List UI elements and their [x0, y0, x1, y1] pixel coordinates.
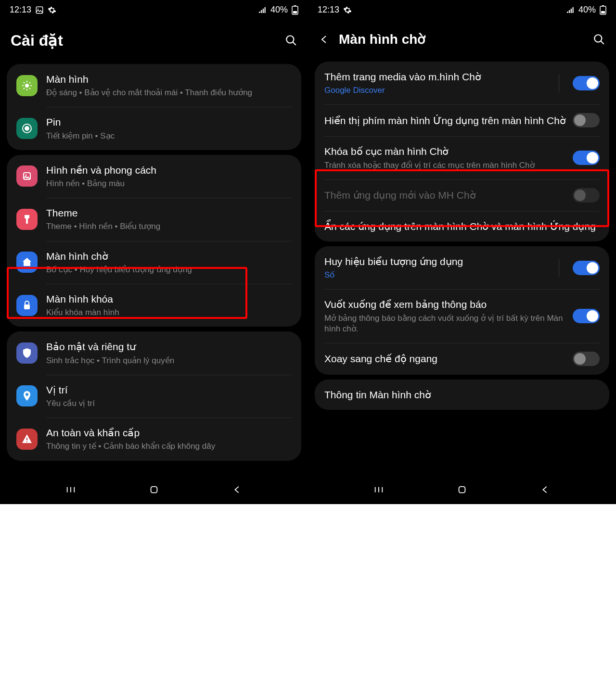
status-time: 12:13: [10, 5, 31, 15]
svg-point-10: [26, 175, 27, 176]
option-add-new-apps: Thêm ứng dụng mới vào MH Chờ: [315, 179, 609, 211]
nav-back[interactable]: [536, 480, 555, 499]
settings-item-location[interactable]: Vị trí Yêu cầu vị trí: [7, 375, 301, 418]
nav-recents[interactable]: [61, 480, 80, 499]
item-title: Hình nền và phong cách: [46, 164, 292, 177]
svg-rect-11: [24, 304, 30, 309]
option-app-icon-badges[interactable]: Huy hiệu biểu tượng ứng dụng Số: [315, 246, 609, 289]
settings-item-battery[interactable]: Pin Tiết kiệm pin • Sạc: [7, 107, 301, 150]
item-title: Huy hiệu biểu tượng ứng dụng: [324, 255, 551, 268]
option-about-home-screen[interactable]: Thông tin Màn hình chờ: [315, 380, 609, 410]
header: Cài đặt: [0, 18, 308, 59]
search-button[interactable]: [285, 34, 297, 47]
battery-icon: [600, 5, 606, 15]
nav-home[interactable]: [144, 480, 164, 499]
option-hide-apps[interactable]: Ẩn các ứng dụng trên màn hình Chờ và màn…: [315, 211, 609, 241]
option-swipe-down-notifications[interactable]: Vuốt xuống để xem bảng thông báo Mở bảng…: [315, 289, 609, 342]
item-title: Thông tin Màn hình chờ: [324, 388, 600, 401]
toggle-switch[interactable]: [573, 113, 600, 127]
shield-icon: [16, 342, 38, 364]
settings-item-home-screen[interactable]: Màn hình chờ Bố cục • Huy hiệu biểu tượn…: [7, 241, 301, 284]
option-show-apps-button[interactable]: Hiển thị phím màn hình Ứng dụng trên màn…: [315, 104, 609, 136]
item-subtitle: Thông tin y tế • Cảnh báo khẩn cấp không…: [46, 441, 292, 452]
search-button[interactable]: [593, 33, 605, 46]
gear-icon: [343, 6, 352, 14]
settings-group: Thêm trang media vào m.hình Chờ Google D…: [315, 62, 609, 241]
home-icon: [16, 252, 38, 273]
item-title: Màn hình chờ: [46, 250, 292, 263]
item-subtitle: Hình nền • Bảng màu: [46, 178, 292, 189]
settings-group: Bảo mật và riêng tư Sinh trắc học • Trìn…: [7, 331, 301, 460]
item-subtitle: Yêu cầu vị trí: [46, 398, 292, 409]
item-subtitle: Kiểu khóa màn hình: [46, 307, 292, 318]
svg-rect-3: [294, 5, 296, 6]
item-subtitle: Theme • Hình nền • Biểu tượng: [46, 221, 292, 232]
option-rotate-landscape[interactable]: Xoay sang chế độ ngang: [315, 343, 609, 375]
lock-icon: [16, 295, 38, 316]
page-title: Cài đặt: [11, 31, 285, 50]
item-title: Bảo mật và riêng tư: [46, 340, 292, 353]
settings-group: Huy hiệu biểu tượng ứng dụng Số Vuốt xuố…: [315, 246, 609, 375]
item-subtitle: Tránh xóa hoặc thay đổi vị trí các mục t…: [324, 160, 567, 171]
item-title: Khóa bố cục màn hình Chờ: [324, 145, 567, 158]
option-lock-layout[interactable]: Khóa bố cục màn hình Chờ Tránh xóa hoặc …: [315, 136, 609, 179]
item-title: Hiển thị phím màn hình Ứng dụng trên màn…: [324, 114, 567, 127]
divider: [559, 75, 559, 92]
item-title: Màn hình: [46, 73, 292, 86]
settings-item-security[interactable]: Bảo mật và riêng tư Sinh trắc học • Trìn…: [7, 331, 301, 374]
status-bar: 12:13 40%: [308, 0, 616, 18]
item-title: Ẩn các ứng dụng trên màn hình Chờ và màn…: [324, 220, 600, 233]
toggle-switch[interactable]: [573, 261, 600, 275]
svg-point-16: [594, 35, 602, 42]
nav-home[interactable]: [452, 480, 472, 499]
settings-item-theme[interactable]: Theme Theme • Hình nền • Biểu tượng: [7, 198, 301, 241]
page-title: Màn hình chờ: [339, 31, 593, 47]
svg-point-6: [25, 84, 29, 88]
item-title: Thêm trang media vào m.hình Chờ: [324, 70, 551, 83]
emergency-icon: [16, 429, 38, 450]
wallpaper-icon: [16, 165, 38, 187]
item-title: Vuốt xuống để xem bảng thông báo: [324, 298, 567, 311]
battery-circle-icon: [16, 118, 38, 139]
settings-item-wallpaper[interactable]: Hình nền và phong cách Hình nền • Bảng m…: [7, 155, 301, 198]
item-title: Màn hình khóa: [46, 292, 292, 305]
signal-icon: [566, 6, 575, 14]
item-title: Xoay sang chế độ ngang: [324, 352, 567, 365]
item-subtitle: Độ sáng • Bảo vệ cho mắt thoải mái • Tha…: [46, 88, 292, 98]
toggle-switch[interactable]: [573, 352, 600, 366]
svg-rect-17: [459, 486, 465, 493]
svg-point-8: [25, 127, 29, 130]
battery-percent: 40%: [270, 5, 288, 15]
settings-item-lock-screen[interactable]: Màn hình khóa Kiểu khóa màn hình: [7, 284, 301, 327]
nav-bar: [0, 475, 308, 504]
toggle-switch[interactable]: [573, 309, 600, 323]
item-title: Pin: [46, 115, 292, 128]
header: Màn hình chờ: [308, 18, 616, 57]
option-add-media-page[interactable]: Thêm trang media vào m.hình Chờ Google D…: [315, 62, 609, 104]
svg-rect-0: [36, 7, 43, 13]
toggle-switch[interactable]: [573, 76, 600, 90]
nav-recents[interactable]: [369, 480, 388, 499]
status-bar: 12:13 40%: [0, 0, 308, 18]
settings-item-emergency[interactable]: An toàn và khẩn cấp Thông tin y tế • Cản…: [7, 418, 301, 460]
item-title: Theme: [46, 206, 292, 219]
item-title: Thêm ứng dụng mới vào MH Chờ: [324, 189, 567, 202]
nav-back[interactable]: [228, 480, 247, 499]
item-subtitle: Tiết kiệm pin • Sạc: [46, 131, 292, 141]
item-subtitle: Google Discover: [324, 85, 551, 96]
settings-group: Hình nền và phong cách Hình nền • Bảng m…: [7, 155, 301, 327]
settings-group: Màn hình Độ sáng • Bảo vệ cho mắt thoải …: [7, 64, 301, 150]
nav-bar: [308, 475, 616, 504]
display-icon: [16, 75, 38, 96]
battery-percent: 40%: [578, 5, 596, 15]
toggle-switch: [573, 188, 600, 203]
phone-left: 12:13 40% Cài đặt Màn hình Độ sáng • Bảo…: [0, 0, 308, 504]
svg-point-5: [286, 36, 294, 43]
svg-rect-14: [602, 5, 604, 6]
divider: [559, 259, 559, 277]
settings-item-display[interactable]: Màn hình Độ sáng • Bảo vệ cho mắt thoải …: [7, 64, 301, 107]
toggle-switch[interactable]: [573, 151, 600, 165]
svg-rect-4: [293, 11, 297, 13]
item-subtitle: Bố cục • Huy hiệu biểu tượng ứng dụng: [46, 265, 292, 275]
back-button[interactable]: [319, 34, 330, 45]
